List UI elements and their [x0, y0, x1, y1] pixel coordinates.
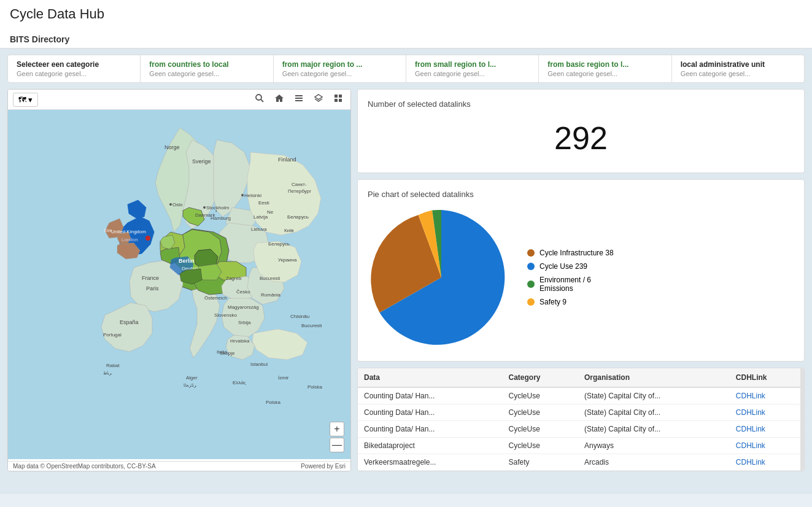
- svg-text:Istanbul: Istanbul: [250, 362, 268, 367]
- cell-category-1: CycleUse: [503, 404, 578, 421]
- svg-text:Magyarország: Magyarország: [228, 304, 259, 310]
- filter-item-0[interactable]: Selecteer een categorie Geen categorie g…: [8, 55, 141, 82]
- legend-label-infrastructure: Cycle Infrastructure 38: [539, 249, 614, 257]
- filter-value-4: Geen categorie gesel...: [547, 70, 662, 77]
- filter-item-1[interactable]: from countries to local Geen categorie g…: [141, 55, 273, 82]
- svg-text:Česko: Česko: [236, 289, 250, 295]
- legend-label-cycleuse: Cycle Use 239: [539, 262, 587, 271]
- svg-text:Eesti: Eesti: [258, 200, 269, 206]
- svg-text:United Kingdom: United Kingdom: [111, 229, 146, 234]
- map-search-button[interactable]: [252, 92, 267, 107]
- svg-text:Paris: Paris: [146, 285, 159, 292]
- app-subtitle: BITS Directory: [10, 34, 802, 44]
- svg-point-61: [241, 194, 244, 196]
- filter-label-1: from countries to local: [149, 60, 264, 69]
- legend-label-safety: Safety 9: [539, 298, 566, 306]
- svg-text:Berlin: Berlin: [179, 258, 195, 264]
- svg-point-63: [203, 206, 206, 209]
- svg-rect-2: [295, 95, 303, 96]
- map-toolbar-left: 🗺 ▾: [13, 93, 38, 107]
- table-body: Counting Data/ Han... CycleUse (State) C…: [358, 387, 804, 471]
- svg-point-11: [145, 236, 150, 241]
- filter-item-4[interactable]: from basic region to l... Geen categorie…: [539, 55, 671, 82]
- col-header-category: Category: [503, 368, 578, 387]
- legend-dot-environment: [527, 281, 535, 288]
- map-list-button[interactable]: [292, 92, 306, 107]
- pie-legend: Cycle Infrastructure 38 Cycle Use 239 En…: [527, 249, 614, 306]
- stat-card-title: Number of selected datalinks: [368, 99, 794, 109]
- map-view-icon: 🗺: [18, 95, 26, 104]
- map-toolbar: 🗺 ▾: [8, 90, 350, 110]
- stat-card: Number of selected datalinks 292: [357, 89, 805, 173]
- zoom-in-button[interactable]: +: [330, 422, 344, 436]
- svg-text:Беларусь: Беларусь: [287, 214, 309, 220]
- map-layers-button[interactable]: [311, 92, 326, 107]
- scrollbar[interactable]: [800, 368, 804, 471]
- svg-text:Italia: Italia: [217, 349, 227, 355]
- pie-chart: [368, 204, 515, 351]
- map-view-button[interactable]: 🗺 ▾: [13, 93, 38, 107]
- svg-text:ﺮﺑﺎﻁ: ﺮﺑﺎﻁ: [103, 371, 112, 376]
- app-header: Cycle Data Hub BITS Directory: [0, 0, 812, 48]
- table-row[interactable]: Counting Data/ Han... CycleUse (State) C…: [358, 404, 804, 421]
- filter-item-5[interactable]: local administrative unit Geen categorie…: [672, 55, 804, 82]
- table-row[interactable]: Verkeersmaatregele... Safety Arcadis CDH…: [358, 454, 804, 471]
- filter-value-3: Geen categorie gesel...: [415, 70, 530, 77]
- col-header-data: Data: [358, 368, 503, 387]
- svg-text:ﺮﺋﺎﺰﺠﻟﺍ: ﺮﺋﺎﺰﺠﻟﺍ: [184, 383, 196, 388]
- svg-rect-6: [334, 95, 338, 98]
- main-content: Selecteer een categorie Geen categorie g…: [0, 48, 812, 494]
- cell-organisation-0: (State) Capital City of...: [578, 387, 730, 404]
- filter-item-3[interactable]: from small region to l... Geen categorie…: [406, 55, 539, 82]
- cell-link-4[interactable]: CDHLink: [730, 454, 804, 471]
- svg-line-1: [261, 99, 263, 102]
- table-row[interactable]: Counting Data/ Han... CycleUse (State) C…: [358, 387, 804, 404]
- zoom-controls: + —: [330, 422, 344, 452]
- zoom-out-button[interactable]: —: [330, 438, 344, 452]
- app-title: Cycle Data Hub: [10, 6, 802, 22]
- svg-text:Zagreb: Zagreb: [226, 276, 242, 281]
- cell-link-1[interactable]: CDHLink: [730, 404, 804, 421]
- filter-label-5: local administrative unit: [681, 60, 795, 69]
- right-panels: Number of selected datalinks 292 Pie cha…: [357, 89, 805, 471]
- map-panel: 🗺 ▾: [7, 89, 351, 471]
- chart-card-title: Pie chart of selected datalinks: [368, 190, 794, 199]
- svg-text:Alger: Alger: [186, 375, 198, 381]
- filter-label-2: from major region to ...: [282, 60, 397, 69]
- svg-rect-9: [339, 99, 342, 102]
- svg-text:Stockholm: Stockholm: [206, 205, 230, 211]
- cell-organisation-1: (State) Capital City of...: [578, 404, 730, 421]
- table-row[interactable]: Bikedataproject CycleUse Anyways CDHLink: [358, 438, 804, 454]
- cell-category-2: CycleUse: [503, 421, 578, 438]
- svg-text:Rabat: Rabat: [106, 363, 120, 368]
- map-toolbar-right: [252, 92, 346, 107]
- svg-text:Polska: Polska: [266, 400, 281, 405]
- svg-marker-5: [315, 95, 322, 99]
- cell-link-3[interactable]: CDHLink: [730, 438, 804, 454]
- legend-dot-infrastructure: [527, 249, 535, 257]
- data-table-card: Data Category Organisation CDHLink Count…: [357, 368, 805, 471]
- svg-text:Portugal: Portugal: [103, 332, 122, 338]
- filter-item-2[interactable]: from major region to ... Geen categorie …: [274, 55, 406, 82]
- legend-dot-cycleuse: [527, 263, 535, 270]
- svg-text:Bucuresti: Bucuresti: [301, 323, 322, 328]
- map-grid-button[interactable]: [331, 92, 346, 107]
- svg-rect-8: [334, 99, 338, 102]
- svg-text:Chisinău: Chisinău: [290, 314, 309, 319]
- svg-text:Lietuva: Lietuva: [251, 226, 267, 232]
- chart-card: Pie chart of selected datalinks: [357, 179, 805, 362]
- cell-link-2[interactable]: CDHLink: [730, 421, 804, 438]
- svg-text:Slovensko: Slovensko: [214, 312, 237, 318]
- svg-text:France: France: [142, 275, 159, 281]
- cell-link-0[interactable]: CDHLink: [730, 387, 804, 404]
- cell-organisation-2: (State) Capital City of...: [578, 421, 730, 438]
- legend-item-cycleuse: Cycle Use 239: [527, 262, 614, 271]
- map-attribution: Map data © OpenStreetMap contributors, C…: [13, 463, 156, 470]
- legend-item-infrastructure: Cycle Infrastructure 38: [527, 249, 614, 257]
- svg-rect-3: [295, 98, 303, 99]
- table-row[interactable]: Counting Data/ Han... CycleUse (State) C…: [358, 421, 804, 438]
- map-svg-wrapper[interactable]: Finland Sverige Norge Eesti Latvija Liet…: [8, 109, 350, 471]
- map-home-button[interactable]: [272, 92, 287, 107]
- cell-organisation-3: Anyways: [578, 438, 730, 454]
- filter-bar: Selecteer een categorie Geen categorie g…: [7, 55, 805, 83]
